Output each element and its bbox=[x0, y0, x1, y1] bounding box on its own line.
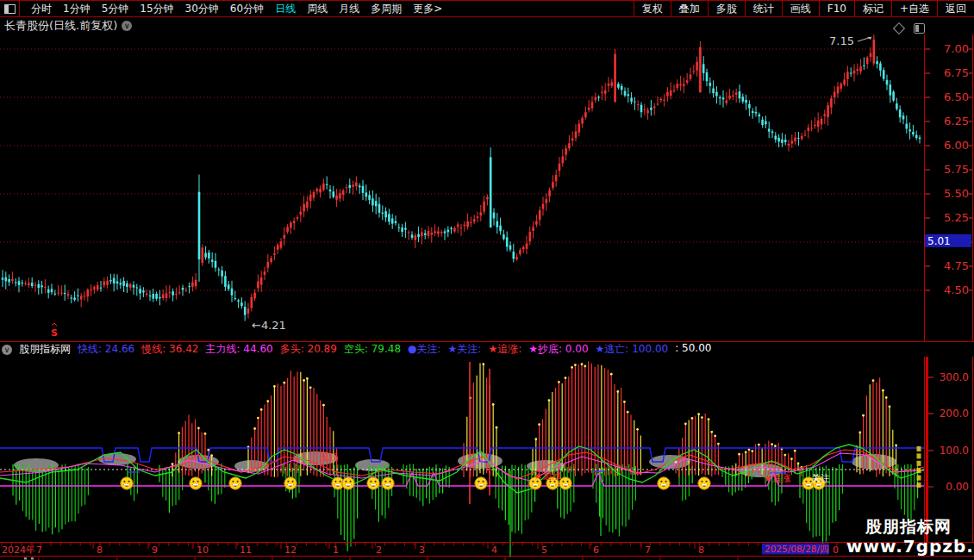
vertical-signal-marks bbox=[917, 468, 921, 473]
period-tab-0[interactable]: 分时 bbox=[31, 2, 52, 16]
period-tab-6[interactable]: 日线 bbox=[275, 2, 296, 16]
indicator-values: 股朋指标网快线: 24.66慢线: 36.42主力线: 44.60多头: 20.… bbox=[12, 342, 711, 357]
period-tab-7[interactable]: 周线 bbox=[307, 2, 328, 16]
smiley-emoji bbox=[229, 477, 241, 489]
indicator-value-4: 多头: 20.89 bbox=[280, 342, 337, 357]
tool-button-3[interactable]: 统计 bbox=[745, 1, 782, 16]
svg-text:0.00: 0.00 bbox=[946, 481, 969, 493]
svg-text:12: 12 bbox=[284, 544, 297, 556]
indicator-collapse-icon[interactable]: ∨ bbox=[2, 345, 12, 355]
vertical-signal-marks bbox=[917, 453, 921, 458]
chart-corner-controls bbox=[891, 22, 943, 34]
split-window-icon[interactable] bbox=[914, 23, 925, 34]
indicator-value-11: : 50.00 bbox=[675, 342, 711, 357]
tool-button-6[interactable]: 标记 bbox=[854, 1, 891, 16]
tool-button-8[interactable]: 返回 bbox=[937, 1, 974, 16]
vertical-signal-marks bbox=[917, 482, 921, 488]
svg-text:3: 3 bbox=[419, 544, 425, 556]
svg-text:9: 9 bbox=[152, 544, 158, 556]
svg-text:10: 10 bbox=[197, 544, 209, 556]
layout-icon bbox=[4, 4, 16, 14]
period-tab-1[interactable]: 1分钟 bbox=[63, 2, 91, 16]
svg-text:5.25: 5.25 bbox=[944, 211, 969, 224]
vertical-signal-marks bbox=[917, 461, 921, 466]
window-layout-button[interactable] bbox=[0, 1, 20, 16]
period-tab-5[interactable]: 60分钟 bbox=[230, 2, 264, 16]
vertical-signal-marks bbox=[917, 476, 921, 481]
svg-text:200.0: 200.0 bbox=[940, 408, 969, 420]
svg-text:300.0: 300.0 bbox=[940, 371, 969, 383]
vertical-signal-marks bbox=[917, 446, 921, 451]
indicator-value-10: ★逃亡: 100.00 bbox=[596, 342, 669, 357]
svg-text:100.0: 100.0 bbox=[940, 445, 969, 457]
tool-button-0[interactable]: 复权 bbox=[634, 1, 671, 16]
svg-text:6.50: 6.50 bbox=[944, 90, 969, 103]
indicator-value-3: 主力线: 44.60 bbox=[205, 342, 272, 357]
indicator-value-7: ★关注: bbox=[448, 342, 482, 357]
tool-button-2[interactable]: 多股 bbox=[708, 1, 745, 16]
tool-button-4[interactable]: 画线 bbox=[782, 1, 819, 16]
period-tab-3[interactable]: 15分钟 bbox=[140, 2, 173, 16]
svg-text:S: S bbox=[51, 327, 58, 339]
svg-text:5.50: 5.50 bbox=[944, 187, 969, 200]
current-date-tag: 2025/08/28/四 bbox=[762, 544, 829, 555]
period-tab-8[interactable]: 月线 bbox=[339, 2, 359, 16]
svg-text:5.75: 5.75 bbox=[944, 163, 969, 176]
period-tab-4[interactable]: 30分钟 bbox=[185, 2, 219, 16]
watermark-site-url: www.7gpzb.com bbox=[846, 536, 974, 557]
period-tabs: 分时1分钟5分钟15分钟30分钟60分钟日线周线月线多周期更多> bbox=[20, 2, 442, 16]
last-price-tag: 5.01 bbox=[925, 234, 971, 247]
svg-text:6.75: 6.75 bbox=[944, 66, 969, 79]
svg-text:←4.21: ←4.21 bbox=[252, 319, 286, 332]
period-toolbar: 分时1分钟5分钟15分钟30分钟60分钟日线周线月线多周期更多> 复权叠加多股统… bbox=[0, 0, 974, 17]
stock-title[interactable]: 长青股份(日线.前复权) bbox=[4, 18, 117, 34]
smiley-emoji bbox=[121, 477, 133, 489]
svg-text:4: 4 bbox=[491, 544, 497, 556]
smiley-emoji bbox=[382, 477, 394, 489]
indicator-header: ∨ 股朋指标网快线: 24.66慢线: 36.42主力线: 44.60多头: 2… bbox=[0, 341, 974, 357]
period-tab-2[interactable]: 5分钟 bbox=[102, 2, 129, 16]
tool-buttons: 复权叠加多股统计画线F10标记+自选返回 bbox=[634, 1, 974, 16]
svg-text:5: 5 bbox=[541, 544, 547, 556]
svg-text:7.15: 7.15 bbox=[829, 34, 854, 47]
date-axis[interactable]: 789101112123456782024年2025/08/28/四0 bbox=[0, 542, 974, 560]
svg-text:7.00: 7.00 bbox=[944, 42, 969, 55]
svg-text:4.75: 4.75 bbox=[944, 259, 969, 272]
smiley-emoji bbox=[658, 477, 670, 489]
indicator-value-5: 空头: 79.48 bbox=[344, 342, 401, 357]
sell-marker: S bbox=[51, 323, 58, 339]
svg-text:关注: 关注 bbox=[811, 473, 830, 484]
tool-button-1[interactable]: 叠加 bbox=[671, 1, 708, 16]
svg-text:2024年: 2024年 bbox=[2, 544, 35, 556]
indicator-value-6: ●关注: bbox=[408, 342, 441, 357]
svg-text:5.01: 5.01 bbox=[927, 235, 951, 247]
indicator-pane[interactable]: 见顶★追涨★追涨关注300.0200.0100.00.00 bbox=[0, 357, 974, 542]
indicator-value-8: ★追涨: bbox=[488, 342, 521, 357]
smiley-emoji bbox=[475, 477, 487, 489]
indicator-value-9: ★抄底: 0.00 bbox=[528, 342, 588, 357]
svg-text:8: 8 bbox=[97, 544, 103, 556]
svg-text:★追涨: ★追涨 bbox=[764, 473, 791, 484]
trading-app-window: 分时1分钟5分钟15分钟30分钟60分钟日线周线月线多周期更多> 复权叠加多股统… bbox=[0, 0, 974, 560]
tool-button-7[interactable]: +自选 bbox=[891, 1, 937, 16]
svg-text:11: 11 bbox=[240, 544, 252, 556]
candlestick-chart[interactable]: 7.006.756.506.256.005.755.505.255.004.75… bbox=[0, 34, 974, 341]
svg-text:2: 2 bbox=[376, 544, 382, 556]
period-tab-10[interactable]: 更多> bbox=[413, 2, 442, 16]
smiley-emoji bbox=[698, 477, 710, 489]
svg-text:0: 0 bbox=[833, 544, 839, 556]
tool-button-5[interactable]: F10 bbox=[819, 1, 854, 16]
svg-text:7: 7 bbox=[645, 544, 651, 556]
indicator-value-1: 快线: 24.66 bbox=[78, 342, 134, 357]
period-tab-9[interactable]: 多周期 bbox=[371, 2, 402, 16]
indicator-value-2: 慢线: 36.42 bbox=[141, 342, 198, 357]
diamond-icon[interactable] bbox=[893, 22, 905, 34]
smiley-emoji bbox=[367, 477, 379, 489]
smiley-emoji bbox=[342, 477, 354, 489]
svg-text:6.25: 6.25 bbox=[944, 115, 969, 128]
svg-text:★追涨: ★追涨 bbox=[534, 470, 562, 482]
title-dropdown-icon[interactable]: ∨ bbox=[122, 21, 132, 31]
svg-text:4.50: 4.50 bbox=[944, 283, 969, 296]
smiley-emoji bbox=[284, 477, 297, 489]
indicator-value-0: 股朋指标网 bbox=[19, 342, 71, 357]
